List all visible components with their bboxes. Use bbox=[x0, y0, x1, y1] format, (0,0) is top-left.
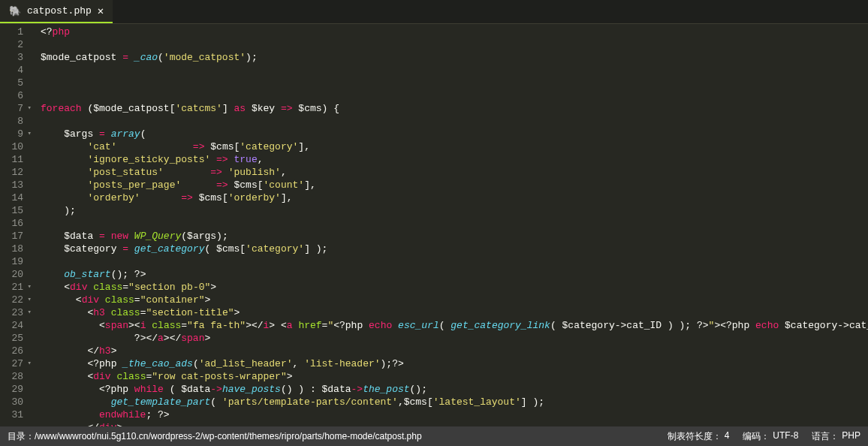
fold-icon[interactable]: ▾ bbox=[26, 294, 32, 306]
line-number: 21▾ bbox=[0, 281, 38, 294]
status-path: /www/wwwroot/nui.5g110.cn/wordpress-2/wp… bbox=[35, 431, 422, 441]
line-number: 15 bbox=[0, 204, 38, 217]
php-file-icon: 🐘 bbox=[9, 5, 21, 17]
line-number: 10 bbox=[0, 140, 38, 153]
line-number: 2 bbox=[0, 38, 38, 51]
line-number: 14 bbox=[0, 191, 38, 204]
line-number: 3 bbox=[0, 51, 38, 64]
tab-bar: 🐘 catpost.php ✕ bbox=[0, 0, 868, 24]
tab-filename: catpost.php bbox=[27, 5, 92, 17]
editor-area[interactable]: 1234567▾89▾101112131415161718192021▾22▾2… bbox=[0, 24, 868, 426]
line-number: 8 bbox=[0, 115, 38, 128]
close-icon[interactable]: ✕ bbox=[98, 5, 104, 17]
line-number: 11 bbox=[0, 153, 38, 166]
line-number: 26 bbox=[0, 345, 38, 357]
line-number: 5 bbox=[0, 77, 38, 89]
line-number: 30 bbox=[0, 396, 38, 408]
line-number: 9▾ bbox=[0, 128, 38, 140]
fold-icon[interactable]: ▾ bbox=[26, 357, 32, 370]
line-number: 22▾ bbox=[0, 294, 38, 306]
line-number: 7▾ bbox=[0, 102, 38, 115]
line-number: 28 bbox=[0, 370, 38, 383]
line-number: 17 bbox=[0, 230, 38, 243]
line-number: 23▾ bbox=[0, 306, 38, 319]
line-number: 13 bbox=[0, 179, 38, 191]
line-number: 16 bbox=[0, 217, 38, 230]
line-number: 6 bbox=[0, 89, 38, 102]
status-path-label: 目录： bbox=[8, 430, 35, 443]
status-encoding[interactable]: 编码：UTF-8 bbox=[743, 430, 798, 443]
fold-icon[interactable]: ▾ bbox=[26, 281, 32, 294]
line-number: 27▾ bbox=[0, 357, 38, 370]
status-bar: 目录： /www/wwwroot/nui.5g110.cn/wordpress-… bbox=[0, 426, 868, 446]
file-tab[interactable]: 🐘 catpost.php ✕ bbox=[0, 0, 113, 23]
line-number: 1 bbox=[0, 26, 38, 38]
line-number: 12 bbox=[0, 166, 38, 179]
line-number: 18 bbox=[0, 243, 38, 255]
line-number: 20 bbox=[0, 268, 38, 281]
line-number: 31 bbox=[0, 408, 38, 421]
line-gutter: 1234567▾89▾101112131415161718192021▾22▾2… bbox=[0, 24, 38, 426]
status-tabsize[interactable]: 制表符长度：4 bbox=[668, 430, 730, 443]
line-number: 25 bbox=[0, 332, 38, 345]
code-content[interactable]: <?php $mode_catpost = _cao('mode_catpost… bbox=[38, 24, 868, 426]
line-number: 19 bbox=[0, 255, 38, 268]
line-number: 24 bbox=[0, 319, 38, 332]
line-number: 29 bbox=[0, 383, 38, 396]
status-language[interactable]: 语言：PHP bbox=[812, 430, 860, 443]
fold-icon[interactable]: ▾ bbox=[26, 128, 32, 140]
fold-icon[interactable]: ▾ bbox=[26, 306, 32, 319]
fold-icon[interactable]: ▾ bbox=[26, 102, 32, 115]
line-number: 4 bbox=[0, 64, 38, 77]
